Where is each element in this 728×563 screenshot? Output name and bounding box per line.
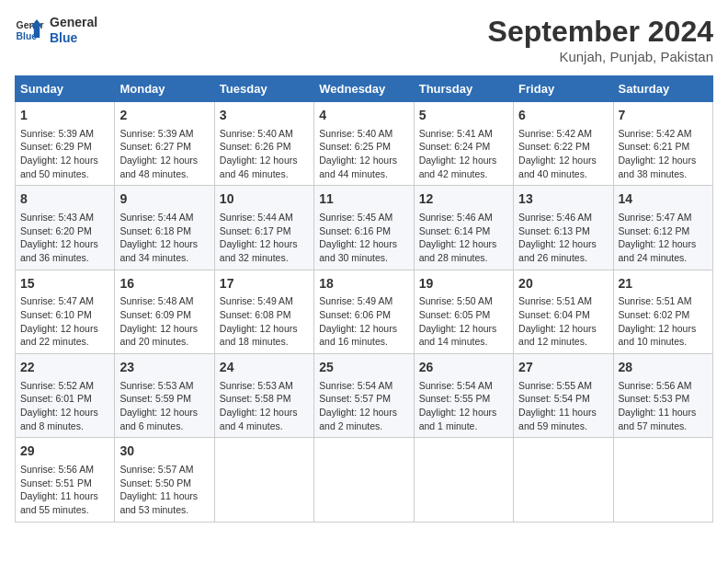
- logo: General Blue General Blue: [15, 15, 97, 46]
- day-number: 8: [20, 190, 109, 209]
- day-number: 26: [419, 359, 508, 377]
- day-info: Sunrise: 5:53 AM Sunset: 5:58 PM Dayligh…: [220, 379, 309, 433]
- day-cell: [314, 438, 414, 522]
- day-info: Sunrise: 5:44 AM Sunset: 6:18 PM Dayligh…: [119, 211, 209, 265]
- day-number: 3: [220, 107, 309, 125]
- day-info: Sunrise: 5:49 AM Sunset: 6:06 PM Dayligh…: [319, 294, 408, 349]
- day-cell: 10Sunrise: 5:44 AM Sunset: 6:17 PM Dayli…: [214, 186, 313, 270]
- day-cell: 3Sunrise: 5:40 AM Sunset: 6:26 PM Daylig…: [214, 102, 313, 186]
- day-info: Sunrise: 5:54 AM Sunset: 5:55 PM Dayligh…: [419, 379, 508, 433]
- day-cell: [613, 438, 712, 522]
- day-number: 19: [419, 275, 508, 293]
- day-number: 20: [518, 275, 608, 293]
- day-cell: 5Sunrise: 5:41 AM Sunset: 6:24 PM Daylig…: [414, 102, 513, 186]
- day-number: 25: [319, 359, 408, 377]
- month-title: September 2024: [488, 15, 713, 49]
- day-info: Sunrise: 5:50 AM Sunset: 6:05 PM Dayligh…: [419, 294, 508, 349]
- week-row-1: 1Sunrise: 5:39 AM Sunset: 6:29 PM Daylig…: [16, 102, 713, 186]
- day-info: Sunrise: 5:43 AM Sunset: 6:20 PM Dayligh…: [20, 211, 109, 265]
- day-number: 22: [20, 359, 109, 377]
- day-info: Sunrise: 5:47 AM Sunset: 6:12 PM Dayligh…: [619, 211, 708, 265]
- day-info: Sunrise: 5:44 AM Sunset: 6:17 PM Dayligh…: [220, 211, 309, 265]
- day-info: Sunrise: 5:51 AM Sunset: 6:04 PM Dayligh…: [518, 294, 608, 349]
- day-info: Sunrise: 5:47 AM Sunset: 6:10 PM Dayligh…: [20, 294, 109, 349]
- day-number: 23: [119, 359, 209, 377]
- day-number: 17: [220, 275, 309, 293]
- day-cell: 8Sunrise: 5:43 AM Sunset: 6:20 PM Daylig…: [16, 186, 115, 270]
- day-cell: 28Sunrise: 5:56 AM Sunset: 5:53 PM Dayli…: [613, 354, 712, 438]
- day-number: 4: [319, 107, 408, 125]
- day-number: 18: [319, 275, 408, 293]
- day-number: 10: [220, 190, 309, 209]
- week-row-2: 8Sunrise: 5:43 AM Sunset: 6:20 PM Daylig…: [16, 186, 713, 270]
- day-cell: 16Sunrise: 5:48 AM Sunset: 6:09 PM Dayli…: [115, 270, 214, 353]
- day-info: Sunrise: 5:57 AM Sunset: 5:50 PM Dayligh…: [119, 463, 209, 517]
- day-cell: [514, 438, 613, 522]
- logo-line2: Blue: [50, 30, 97, 46]
- day-cell: 18Sunrise: 5:49 AM Sunset: 6:06 PM Dayli…: [314, 270, 414, 353]
- day-info: Sunrise: 5:56 AM Sunset: 5:51 PM Dayligh…: [20, 463, 109, 517]
- day-number: 9: [119, 190, 209, 209]
- day-cell: 13Sunrise: 5:46 AM Sunset: 6:13 PM Dayli…: [514, 186, 613, 270]
- day-cell: 30Sunrise: 5:57 AM Sunset: 5:50 PM Dayli…: [115, 438, 214, 522]
- day-cell: 29Sunrise: 5:56 AM Sunset: 5:51 PM Dayli…: [16, 438, 115, 522]
- day-number: 12: [419, 190, 508, 209]
- day-info: Sunrise: 5:49 AM Sunset: 6:08 PM Dayligh…: [220, 294, 309, 349]
- day-info: Sunrise: 5:52 AM Sunset: 6:01 PM Dayligh…: [20, 379, 109, 433]
- title-block: September 2024 Kunjah, Punjab, Pakistan: [488, 15, 713, 64]
- week-row-3: 15Sunrise: 5:47 AM Sunset: 6:10 PM Dayli…: [16, 270, 713, 353]
- day-info: Sunrise: 5:40 AM Sunset: 6:25 PM Dayligh…: [319, 127, 408, 181]
- day-info: Sunrise: 5:41 AM Sunset: 6:24 PM Dayligh…: [419, 127, 508, 181]
- day-number: 21: [619, 275, 708, 293]
- day-number: 15: [20, 275, 109, 293]
- day-number: 24: [220, 359, 309, 377]
- day-number: 1: [20, 107, 109, 125]
- location-subtitle: Kunjah, Punjab, Pakistan: [488, 49, 713, 64]
- logo-line1: General: [50, 15, 97, 30]
- page-header: General Blue General Blue September 2024…: [15, 15, 713, 64]
- day-info: Sunrise: 5:45 AM Sunset: 6:16 PM Dayligh…: [319, 211, 408, 265]
- calendar-table: SundayMondayTuesdayWednesdayThursdayFrid…: [15, 75, 713, 523]
- day-number: 13: [518, 190, 608, 209]
- day-info: Sunrise: 5:56 AM Sunset: 5:53 PM Dayligh…: [619, 379, 708, 433]
- col-header-wednesday: Wednesday: [314, 76, 414, 102]
- day-cell: 1Sunrise: 5:39 AM Sunset: 6:29 PM Daylig…: [16, 102, 115, 186]
- day-number: 29: [20, 442, 109, 461]
- day-number: 7: [619, 107, 708, 125]
- day-number: 30: [119, 442, 209, 461]
- day-cell: 14Sunrise: 5:47 AM Sunset: 6:12 PM Dayli…: [613, 186, 712, 270]
- day-cell: 25Sunrise: 5:54 AM Sunset: 5:57 PM Dayli…: [314, 354, 414, 438]
- week-row-4: 22Sunrise: 5:52 AM Sunset: 6:01 PM Dayli…: [16, 354, 713, 438]
- day-number: 14: [619, 190, 708, 209]
- day-info: Sunrise: 5:42 AM Sunset: 6:22 PM Dayligh…: [518, 127, 608, 181]
- day-cell: [214, 438, 313, 522]
- day-info: Sunrise: 5:42 AM Sunset: 6:21 PM Dayligh…: [619, 127, 708, 181]
- day-cell: 22Sunrise: 5:52 AM Sunset: 6:01 PM Dayli…: [16, 354, 115, 438]
- day-info: Sunrise: 5:39 AM Sunset: 6:29 PM Dayligh…: [20, 127, 109, 181]
- day-cell: 15Sunrise: 5:47 AM Sunset: 6:10 PM Dayli…: [16, 270, 115, 353]
- day-cell: 17Sunrise: 5:49 AM Sunset: 6:08 PM Dayli…: [214, 270, 313, 353]
- day-number: 5: [419, 107, 508, 125]
- day-info: Sunrise: 5:40 AM Sunset: 6:26 PM Dayligh…: [220, 127, 309, 181]
- day-cell: 26Sunrise: 5:54 AM Sunset: 5:55 PM Dayli…: [414, 354, 513, 438]
- day-info: Sunrise: 5:46 AM Sunset: 6:13 PM Dayligh…: [518, 211, 608, 265]
- col-header-tuesday: Tuesday: [214, 76, 313, 102]
- col-header-friday: Friday: [514, 76, 613, 102]
- week-row-5: 29Sunrise: 5:56 AM Sunset: 5:51 PM Dayli…: [16, 438, 713, 522]
- header-row: SundayMondayTuesdayWednesdayThursdayFrid…: [16, 76, 713, 102]
- day-info: Sunrise: 5:48 AM Sunset: 6:09 PM Dayligh…: [119, 294, 209, 349]
- day-cell: 2Sunrise: 5:39 AM Sunset: 6:27 PM Daylig…: [115, 102, 214, 186]
- day-info: Sunrise: 5:46 AM Sunset: 6:14 PM Dayligh…: [419, 211, 508, 265]
- day-info: Sunrise: 5:55 AM Sunset: 5:54 PM Dayligh…: [518, 379, 608, 433]
- day-cell: 21Sunrise: 5:51 AM Sunset: 6:02 PM Dayli…: [613, 270, 712, 353]
- day-number: 16: [119, 275, 209, 293]
- day-info: Sunrise: 5:54 AM Sunset: 5:57 PM Dayligh…: [319, 379, 408, 433]
- day-info: Sunrise: 5:39 AM Sunset: 6:27 PM Dayligh…: [119, 127, 209, 181]
- day-info: Sunrise: 5:53 AM Sunset: 5:59 PM Dayligh…: [119, 379, 209, 433]
- col-header-sunday: Sunday: [16, 76, 115, 102]
- col-header-thursday: Thursday: [414, 76, 513, 102]
- day-number: 2: [119, 107, 209, 125]
- day-cell: 12Sunrise: 5:46 AM Sunset: 6:14 PM Dayli…: [414, 186, 513, 270]
- logo-icon: General Blue: [15, 16, 44, 45]
- day-cell: 27Sunrise: 5:55 AM Sunset: 5:54 PM Dayli…: [514, 354, 613, 438]
